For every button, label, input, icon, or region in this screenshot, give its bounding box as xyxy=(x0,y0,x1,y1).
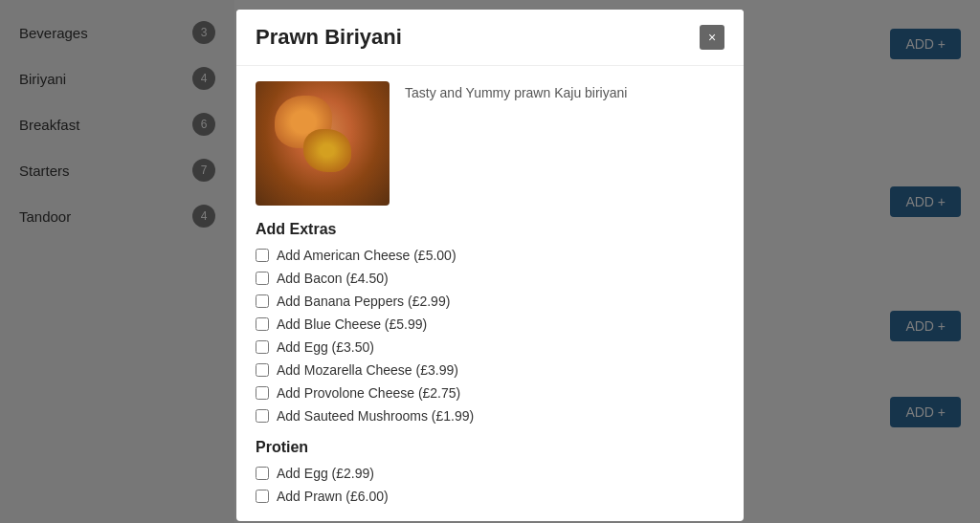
checkbox[interactable] xyxy=(256,409,269,423)
checkbox-item: Add American Cheese (£5.00) xyxy=(256,248,724,263)
food-image xyxy=(256,81,390,206)
checkbox[interactable] xyxy=(256,317,269,331)
checkbox-item: Add Prawn (£6.00) xyxy=(256,489,724,504)
modal-sections: Add Extras Add American Cheese (£5.00) A… xyxy=(256,221,724,521)
modal-header: Prawn Biriyani × xyxy=(236,10,744,66)
checkbox-item: Add Egg (£3.50) xyxy=(256,339,724,355)
checkbox-item: Add Bacon (£4.50) xyxy=(256,271,724,286)
checkbox[interactable] xyxy=(256,272,269,285)
checkbox[interactable] xyxy=(256,467,269,480)
checkbox-item: Add Blue Cheese (£5.99) xyxy=(256,316,724,332)
checkbox-label: Add Bacon (£4.50) xyxy=(277,271,389,286)
modal-overlay: Prawn Biriyani × Tasty and Yummy prawn K… xyxy=(0,0,980,523)
checkbox-item: Add Egg (£2.99) xyxy=(256,466,724,481)
checkbox-label: Add Egg (£2.99) xyxy=(277,466,374,481)
checkbox[interactable] xyxy=(256,386,269,400)
checkbox-label: Add Banana Peppers (£2.99) xyxy=(277,294,450,309)
modal-dialog: Prawn Biriyani × Tasty and Yummy prawn K… xyxy=(236,10,744,521)
checkbox[interactable] xyxy=(256,249,269,262)
section-title-additional-toppings: Additional Toppings xyxy=(256,519,724,521)
checkbox[interactable] xyxy=(256,340,269,354)
checkbox-label: Add Egg (£3.50) xyxy=(277,339,374,355)
section-title-protien: Protien xyxy=(256,439,724,456)
checkbox-item: Add Provolone Cheese (£2.75) xyxy=(256,385,724,401)
checkbox[interactable] xyxy=(256,294,269,308)
checkbox[interactable] xyxy=(256,363,269,377)
checkbox-label: Add Sauteed Mushrooms (£1.99) xyxy=(277,408,474,424)
checkbox-item: Add Sauteed Mushrooms (£1.99) xyxy=(256,408,724,424)
modal-close-button[interactable]: × xyxy=(700,25,724,50)
checkbox-label: Add American Cheese (£5.00) xyxy=(277,248,457,263)
checkbox[interactable] xyxy=(256,490,269,503)
modal-description: Tasty and Yummy prawn Kaju biriyani xyxy=(405,81,627,100)
checkbox-item: Add Banana Peppers (£2.99) xyxy=(256,294,724,309)
checkbox-label: Add Mozarella Cheese (£3.99) xyxy=(277,362,458,378)
modal-top-section: Tasty and Yummy prawn Kaju biriyani xyxy=(256,81,724,206)
section-title-add-extras: Add Extras xyxy=(256,221,724,238)
modal-body: Tasty and Yummy prawn Kaju biriyani Add … xyxy=(236,66,744,521)
checkbox-label: Add Provolone Cheese (£2.75) xyxy=(277,385,460,401)
modal-title: Prawn Biriyani xyxy=(256,25,402,50)
checkbox-item: Add Mozarella Cheese (£3.99) xyxy=(256,362,724,378)
checkbox-label: Add Prawn (£6.00) xyxy=(277,489,389,504)
checkbox-label: Add Blue Cheese (£5.99) xyxy=(277,316,427,332)
page: Beverages 3 Biriyani 4 Breakfast 6 Start… xyxy=(0,0,980,523)
